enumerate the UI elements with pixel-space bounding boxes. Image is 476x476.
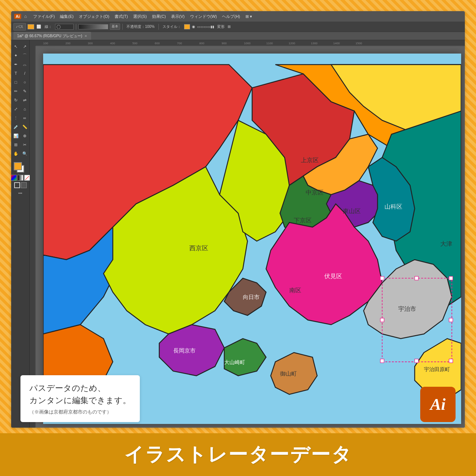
svg-rect-17 bbox=[30, 46, 36, 428]
stroke-style-btn[interactable]: 基本 bbox=[110, 23, 120, 30]
tool-row-6: ✏ ✎ bbox=[12, 87, 29, 95]
document-tab-title: 1ai* @ 66.67% (RGB/GPU プレビュー) bbox=[17, 33, 82, 39]
opacity-label: 不透明度：100% bbox=[125, 24, 156, 30]
style-color-swatch[interactable] bbox=[184, 24, 190, 29]
width-tool[interactable]: ⋮ bbox=[12, 114, 20, 122]
more-tools-btn[interactable]: ••• bbox=[18, 191, 22, 195]
artboard[interactable]: 上京区 中京区 下京区 東山区 山科区 西京区 南区 伏見区 向日市 長岡京市 … bbox=[43, 54, 461, 424]
menu-window[interactable]: ウィンドウ(W) bbox=[188, 13, 219, 20]
rotate-tool[interactable]: ↻ bbox=[12, 96, 20, 104]
ellipse-tool[interactable]: ○ bbox=[21, 78, 29, 86]
svg-text:御山町: 御山町 bbox=[280, 370, 297, 377]
main-text-line1: パスデータのため、 カンタンに編集できます。 bbox=[29, 382, 131, 406]
default-colors-icon[interactable] bbox=[21, 182, 27, 188]
control-toolbar: パス ⬜ 線： 基本 不透明度：100% スタイル： ◉ ▭▭▭▭▮▮ 変形 ⊞ bbox=[11, 22, 465, 32]
path-label: パス bbox=[13, 23, 26, 30]
svg-text:向日市: 向日市 bbox=[243, 294, 260, 300]
tool-row-1: ↖ ↗ bbox=[12, 42, 29, 51]
svg-rect-27 bbox=[415, 359, 418, 363]
stroke-icon: ⬜ bbox=[36, 25, 41, 29]
rect-tool[interactable]: □ bbox=[12, 78, 20, 86]
artboard-tool[interactable]: ⊞ bbox=[12, 141, 20, 149]
blend-tool[interactable]: ∞ bbox=[21, 114, 29, 122]
more-icons: ⊞ bbox=[228, 25, 231, 29]
tool-row-4: T / bbox=[12, 69, 29, 77]
home-icon[interactable]: ⌂ bbox=[24, 14, 27, 19]
symbol-tool[interactable]: ⊕ bbox=[21, 132, 29, 140]
warp-tool[interactable]: ⌂ bbox=[21, 105, 29, 113]
ai-badge-text: Ai bbox=[430, 395, 446, 414]
svg-text:600: 600 bbox=[155, 42, 160, 45]
svg-text:200: 200 bbox=[65, 42, 71, 45]
fill-color-box[interactable] bbox=[14, 162, 22, 170]
color-mode-icon[interactable] bbox=[11, 175, 17, 181]
ruler-top-svg: 100 200 300 400 500 600 700 800 900 1000… bbox=[36, 40, 465, 46]
menu-object[interactable]: オブジェクト(O) bbox=[77, 13, 111, 20]
magic-wand-tool[interactable]: ✦ bbox=[12, 51, 20, 60]
scale-tool[interactable]: ⤢ bbox=[12, 105, 20, 113]
pen-tool[interactable]: ✒ bbox=[12, 60, 20, 68]
ruler-top: 100 200 300 400 500 600 700 800 900 1000… bbox=[30, 40, 465, 46]
graph-tool[interactable]: 📊 bbox=[12, 132, 20, 140]
svg-text:800: 800 bbox=[199, 42, 205, 45]
ruler-left bbox=[30, 46, 36, 428]
menu-panels[interactable]: ⊞ ▾ bbox=[244, 13, 254, 20]
ai-badge: Ai bbox=[420, 387, 456, 422]
select-tool[interactable]: ↖ bbox=[12, 42, 20, 51]
tool-row-11: 📊 ⊕ bbox=[12, 132, 29, 140]
svg-text:1400: 1400 bbox=[333, 42, 340, 45]
menu-view[interactable]: 表示(V) bbox=[169, 13, 187, 20]
slice-tool[interactable]: ✂ bbox=[21, 141, 29, 149]
svg-text:大津: 大津 bbox=[440, 240, 452, 247]
svg-text:宇治田原町: 宇治田原町 bbox=[424, 367, 450, 372]
measure-tool[interactable]: 📏 bbox=[21, 123, 29, 131]
tool-row-7: ↻ ⇌ bbox=[12, 96, 29, 104]
stroke-weight-input[interactable] bbox=[55, 24, 74, 30]
menu-effect[interactable]: 効果(C) bbox=[150, 13, 168, 20]
svg-text:伏見区: 伏見区 bbox=[324, 273, 342, 279]
direct-select-tool[interactable]: ↗ bbox=[21, 42, 29, 51]
menu-type[interactable]: 書式(T) bbox=[113, 13, 130, 20]
canvas-area: 100 200 300 400 500 600 700 800 900 1000… bbox=[30, 40, 465, 428]
svg-text:中京区: 中京区 bbox=[306, 189, 324, 196]
hand-tool[interactable]: ✋ bbox=[12, 149, 20, 158]
svg-text:東山区: 東山区 bbox=[343, 208, 361, 214]
zoom-tool[interactable]: 🔍 bbox=[21, 149, 29, 158]
reflect-tool[interactable]: ⇌ bbox=[21, 96, 29, 104]
menu-edit[interactable]: 編集(E) bbox=[58, 13, 75, 20]
fill-color-swatch[interactable] bbox=[28, 24, 34, 29]
tab-close-button[interactable]: ✕ bbox=[84, 34, 87, 38]
menu-file[interactable]: ファイル(F) bbox=[31, 13, 57, 20]
document-tab[interactable]: 1ai* @ 66.67% (RGB/GPU プレビュー) ✕ bbox=[13, 32, 91, 40]
type-tool[interactable]: T bbox=[12, 69, 20, 77]
svg-text:700: 700 bbox=[177, 42, 182, 45]
bottom-banner: イラストレーターデータ bbox=[0, 433, 476, 476]
menu-select[interactable]: 選択(S) bbox=[131, 13, 149, 20]
curvature-tool[interactable]: ⌓ bbox=[21, 60, 29, 68]
svg-text:山科区: 山科区 bbox=[385, 203, 402, 210]
tool-row-12: ⊞ ✂ bbox=[12, 141, 29, 149]
swap-colors-icon[interactable] bbox=[14, 182, 20, 188]
brush-tool[interactable]: ✏ bbox=[12, 87, 20, 95]
svg-text:1000: 1000 bbox=[244, 42, 251, 45]
eyedropper-tool[interactable]: 💉 bbox=[12, 123, 20, 131]
line-tool[interactable]: / bbox=[21, 69, 29, 77]
none-fill-icon[interactable] bbox=[24, 175, 30, 181]
canvas-content[interactable]: 上京区 中京区 下京区 東山区 山科区 西京区 南区 伏見区 向日市 長岡京市 … bbox=[36, 46, 465, 428]
svg-text:西京区: 西京区 bbox=[189, 244, 208, 252]
pencil-tool[interactable]: ✎ bbox=[21, 87, 29, 95]
gradient-icon[interactable] bbox=[17, 175, 23, 181]
svg-text:1300: 1300 bbox=[311, 42, 318, 45]
separator-1 bbox=[76, 24, 76, 30]
align-icons: ▭▭▭▭▮▮ bbox=[197, 25, 214, 29]
text-line-1: パスデータのため、 bbox=[29, 383, 106, 393]
ruler-left-svg bbox=[30, 46, 36, 428]
svg-rect-22 bbox=[415, 276, 418, 280]
tools-panel: ↖ ↗ ✦ ⌒ ✒ ⌓ T / □ ○ ✏ ✎ bbox=[11, 40, 30, 428]
stroke-label: 線： bbox=[43, 24, 54, 30]
lasso-tool[interactable]: ⌒ bbox=[21, 51, 29, 60]
svg-text:1500: 1500 bbox=[356, 42, 362, 45]
menu-help[interactable]: ヘルプ(H) bbox=[220, 13, 242, 20]
workspace: ↖ ↗ ✦ ⌒ ✒ ⌓ T / □ ○ ✏ ✎ bbox=[11, 40, 465, 428]
svg-text:南区: 南区 bbox=[289, 287, 301, 293]
